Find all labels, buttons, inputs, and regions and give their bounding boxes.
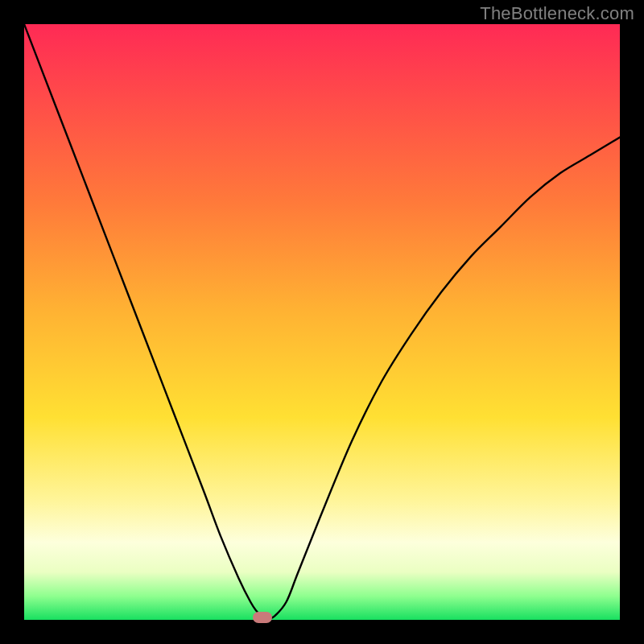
optimum-marker [253,612,272,623]
chart-frame: TheBottleneck.com [0,0,644,644]
watermark-text: TheBottleneck.com [480,3,634,24]
plot-area [24,24,620,620]
bottleneck-curve [24,24,620,620]
curve-path [24,24,620,618]
